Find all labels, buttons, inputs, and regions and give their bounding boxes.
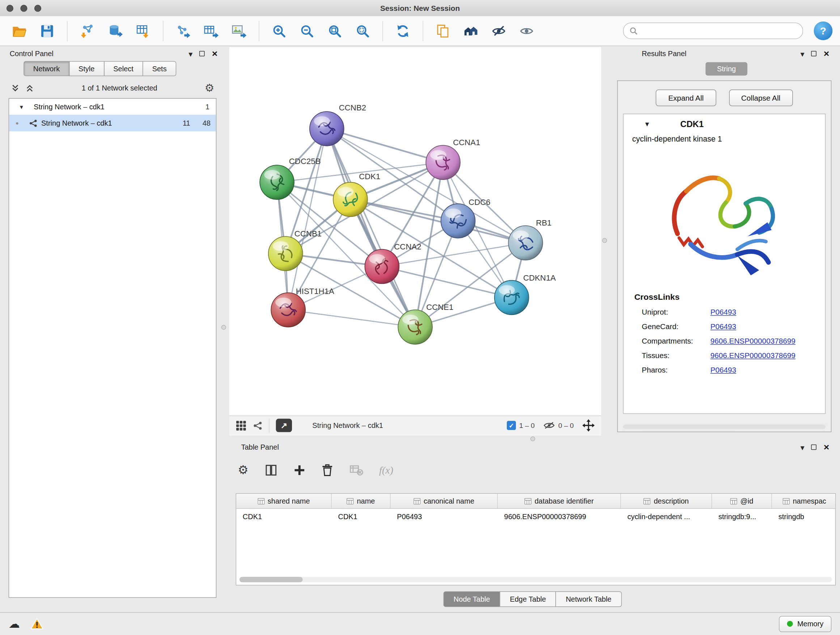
network-node-rb1[interactable]: RB1 xyxy=(508,218,551,260)
zoom-fit-button[interactable] xyxy=(323,19,347,43)
selected-checkbox-icon[interactable]: ✓ xyxy=(507,421,516,430)
crosslink-value-link[interactable]: P06493 xyxy=(711,366,736,374)
expand-all-button[interactable]: Expand All xyxy=(656,89,716,106)
network-row-selected[interactable]: ● String Network – cdk1 11 48 xyxy=(9,115,216,131)
panel-menu-caret-icon[interactable]: ▾ xyxy=(800,50,804,57)
close-panel-icon[interactable]: × xyxy=(212,49,218,59)
table-options-gear-icon[interactable]: ⚙ xyxy=(238,464,248,476)
network-canvas[interactable]: CCNB2CCNA1CDC25BCDK1CDC6RB1CCNB1CCNA2CDK… xyxy=(229,47,601,415)
zoom-selected-button[interactable] xyxy=(351,19,374,43)
show-columns-icon[interactable] xyxy=(264,464,278,477)
table-cell[interactable]: 9606.ENSP00000378699 xyxy=(498,509,621,524)
column-header-name[interactable]: name xyxy=(332,494,391,508)
tab-node-table[interactable]: Node Table xyxy=(444,591,500,607)
table-row[interactable]: CDK1CDK1P064939606.ENSP00000378699cyclin… xyxy=(236,509,835,524)
zoom-window-button[interactable] xyxy=(34,5,41,11)
float-panel-icon[interactable] xyxy=(200,51,205,57)
crosslink-value-link[interactable]: 9606.ENSP00000378699 xyxy=(711,351,796,360)
minimize-window-button[interactable] xyxy=(20,5,27,11)
network-edge[interactable] xyxy=(382,266,512,298)
export-image-button[interactable] xyxy=(227,19,251,43)
network-edge[interactable] xyxy=(288,128,327,310)
network-node-cdkn1a[interactable]: CDKN1A xyxy=(494,273,556,315)
network-node-cdk1[interactable]: CDK1 xyxy=(333,172,380,217)
crosslink-value-link[interactable]: 9606.ENSP00000378699 xyxy=(711,337,796,345)
network-node-hist1h1a[interactable]: HIST1H1A xyxy=(271,287,334,327)
crosslink-value-link[interactable]: P06493 xyxy=(711,322,736,331)
help-button[interactable]: ? xyxy=(813,21,832,40)
column-header-canonical-name[interactable]: canonical name xyxy=(391,494,498,508)
crosslink-value-link[interactable]: P06493 xyxy=(711,308,736,317)
save-session-button[interactable] xyxy=(35,19,59,43)
tab-select[interactable]: Select xyxy=(104,61,143,76)
table-cell[interactable]: stringdb:9... xyxy=(712,509,772,524)
table-cell[interactable]: cyclin-dependent ... xyxy=(621,509,712,524)
table-cell[interactable]: CDK1 xyxy=(332,509,391,524)
open-session-button[interactable] xyxy=(8,19,31,43)
export-table-button[interactable] xyxy=(199,19,223,43)
hide-selected-button[interactable] xyxy=(487,19,510,43)
string-app-icon[interactable] xyxy=(253,421,263,431)
close-window-button[interactable] xyxy=(6,5,13,11)
search-input[interactable] xyxy=(642,27,797,35)
network-collection-row[interactable]: ▼ String Network – cdk1 1 xyxy=(9,98,216,114)
tab-string[interactable]: String xyxy=(706,62,747,76)
column-header-database-identifier[interactable]: database identifier xyxy=(498,494,621,508)
create-column-icon[interactable] xyxy=(294,464,305,476)
float-panel-icon[interactable] xyxy=(812,51,817,57)
string-network-icon xyxy=(25,119,41,127)
table-cell[interactable]: P06493 xyxy=(391,509,498,524)
tab-edge-table[interactable]: Edge Table xyxy=(500,591,556,607)
panel-menu-caret-icon[interactable]: ▾ xyxy=(188,50,193,57)
tab-style[interactable]: Style xyxy=(69,61,104,76)
panel-menu-caret-icon[interactable]: ▾ xyxy=(800,443,804,451)
column-header-namespac[interactable]: namespac xyxy=(772,494,836,508)
import-network-from-database-button[interactable] xyxy=(103,19,127,43)
home-button[interactable] xyxy=(459,19,483,43)
detach-view-button[interactable]: ↗ xyxy=(276,419,292,432)
close-panel-icon[interactable]: × xyxy=(824,49,829,59)
crosslink-row: Compartments:9606.ENSP00000378699 xyxy=(624,337,825,345)
network-edge[interactable] xyxy=(327,128,415,327)
column-header-shared-name[interactable]: shared name xyxy=(236,494,332,508)
close-panel-icon[interactable]: × xyxy=(824,442,829,452)
import-table-button[interactable] xyxy=(131,19,155,43)
results-scrollbar[interactable] xyxy=(623,424,826,429)
apply-layout-button[interactable] xyxy=(391,19,415,43)
memory-button[interactable]: Memory xyxy=(779,616,832,632)
show-all-button[interactable] xyxy=(515,19,538,43)
zoom-out-button[interactable] xyxy=(295,19,319,43)
collapse-tree-icon[interactable] xyxy=(25,83,34,92)
collapse-all-button[interactable]: Collapse All xyxy=(729,89,793,106)
clone-network-button[interactable] xyxy=(431,19,455,43)
birds-eye-view-icon[interactable] xyxy=(236,420,247,431)
table-horizontal-scrollbar[interactable] xyxy=(240,577,832,582)
splitter-handle[interactable] xyxy=(602,238,607,243)
zoom-in-button[interactable] xyxy=(267,19,291,43)
warning-icon[interactable] xyxy=(30,618,43,629)
tab-network-table[interactable]: Network Table xyxy=(556,591,622,607)
cloud-icon[interactable]: ☁ xyxy=(9,618,20,629)
tree-expander-icon[interactable]: ▼ xyxy=(9,104,34,110)
delete-column-trash-icon[interactable] xyxy=(321,464,333,477)
export-network-button[interactable] xyxy=(172,19,195,43)
table-cell[interactable]: stringdb xyxy=(772,509,836,524)
splitter-handle[interactable] xyxy=(221,325,226,329)
expand-tree-icon[interactable] xyxy=(11,83,20,92)
tab-network[interactable]: Network xyxy=(24,61,69,76)
import-network-button[interactable] xyxy=(76,19,99,43)
table-cell[interactable]: CDK1 xyxy=(236,509,332,524)
tab-sets[interactable]: Sets xyxy=(142,61,176,76)
network-node-ccna1[interactable]: CCNA1 xyxy=(426,138,480,180)
network-edge[interactable] xyxy=(288,310,415,327)
splitter-handle[interactable] xyxy=(531,436,535,441)
pan-move-icon[interactable] xyxy=(583,419,595,432)
float-panel-icon[interactable] xyxy=(812,445,817,450)
scrollbar-thumb[interactable] xyxy=(240,577,303,582)
network-edge[interactable] xyxy=(327,128,443,162)
network-options-gear-icon[interactable]: ⚙ xyxy=(205,82,215,93)
column-header-description[interactable]: description xyxy=(621,494,712,508)
column-header-@id[interactable]: @id xyxy=(712,494,772,508)
network-node-ccnb2[interactable]: CCNB2 xyxy=(309,103,366,146)
section-collapse-caret-icon[interactable]: ▼ xyxy=(644,120,651,128)
